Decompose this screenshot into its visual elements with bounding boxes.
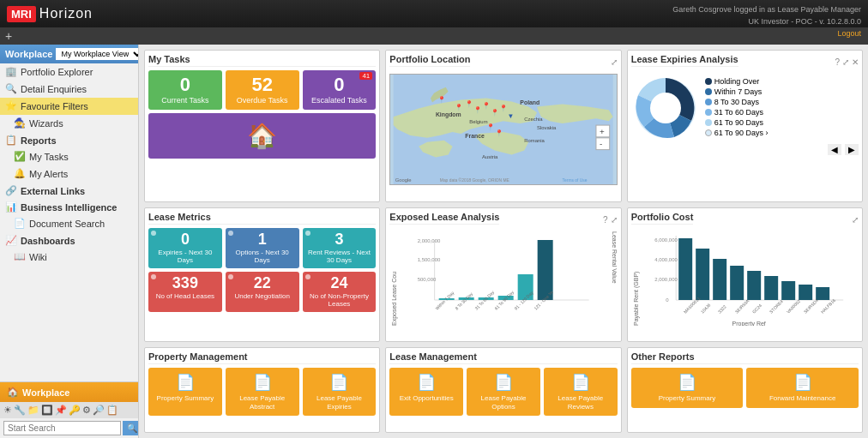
8-30-label: 8 To 30 Days	[714, 98, 759, 106]
svg-text:Poland: Poland	[521, 99, 540, 105]
prev-btn[interactable]: ◀	[828, 144, 841, 155]
top-right-info: Gareth Cosgrove logged in as Lease Payab…	[672, 3, 861, 39]
rent-reviews-tile[interactable]: 3 Rent Reviews - Next 30 Days	[303, 228, 377, 268]
sidebar-item-my-alerts[interactable]: 🔔 My Alerts	[0, 165, 138, 183]
svg-text:📍: 📍	[482, 101, 491, 110]
svg-text:Belgium: Belgium	[470, 119, 488, 124]
question-icon[interactable]: ?	[835, 57, 840, 67]
sidebar-view-select[interactable]: My Workplace View	[56, 48, 139, 60]
reports-label: Reports	[21, 135, 57, 146]
forward-maintenance-icon: 📄	[793, 373, 812, 392]
my-alerts-icon: 🔔	[14, 168, 26, 180]
options-tile[interactable]: 1 Options - Next 30 Days	[226, 228, 299, 268]
lease-management-widget: Lease Management 📄 Exit Opportunities 📄 …	[385, 347, 621, 433]
bt-icon2[interactable]: 🔧	[14, 405, 26, 416]
sidebar-item-portfolio-explorer[interactable]: 🏢 Portfolio Explorer	[0, 63, 138, 81]
my-tasks-label: My Tasks	[29, 152, 69, 162]
add-button[interactable]: +	[5, 30, 12, 42]
other-property-summary-label: Property Summary	[659, 394, 716, 403]
portfolio-chart: 6,000,000 4,000,000 2,000,000 0	[639, 231, 859, 326]
head-leases-tile[interactable]: 339 No of Head Leases	[148, 272, 222, 312]
lease-mgmt-grid: 📄 Exit Opportunities 📄 Lease Payable Opt…	[389, 368, 617, 416]
bt-icon9[interactable]: 📋	[106, 405, 118, 416]
sidebar-item-my-tasks[interactable]: ✅ My Tasks	[0, 148, 138, 165]
overdue-tasks-label: Overdue Tasks	[229, 96, 296, 105]
exposed-lease-widget: Exposed Lease Analysis ? ⤢ Exposed Lease…	[385, 207, 621, 343]
search-input[interactable]	[3, 421, 121, 435]
bt-icon6[interactable]: 🔑	[69, 405, 81, 416]
sidebar-item-dashboards[interactable]: 📈 Dashboards	[0, 232, 138, 249]
svg-rect-64	[816, 287, 829, 300]
sidebar-item-business-intelligence[interactable]: 📊 Business Intelligence	[0, 199, 138, 215]
main-layout: Workplace My Workplace View ◀ ⚙ 🏢 Portfo…	[0, 45, 868, 438]
expiries-tile[interactable]: 0 Expiries - Next 30 Days	[148, 228, 222, 268]
within-7-dot	[705, 88, 712, 95]
sidebar-item-document-search[interactable]: 📄 Document Search	[0, 215, 138, 232]
home-tile[interactable]: 🏠	[148, 113, 376, 159]
lease-payable-expiries-tile[interactable]: 📄 Lease Payable Expiries	[303, 368, 377, 416]
lease-expires-title: Lease Expiries Analysis	[631, 54, 738, 67]
lease-payable-options-tile[interactable]: 📄 Lease Payable Options	[467, 368, 540, 416]
map-container[interactable]: 📍 📍 📍 📍 📍 📍 📍 ▼ 📍 📍 Kingdom Poland Czech…	[389, 74, 617, 185]
negotiation-dot	[228, 274, 233, 279]
non-property-tile[interactable]: 24 No of Non-Property Leases	[303, 272, 377, 312]
lease-payable-reviews-tile[interactable]: 📄 Lease Payable Reviews	[544, 368, 618, 416]
forward-maintenance-tile[interactable]: 📄 Forward Maintenance	[746, 368, 859, 408]
sidebar-item-wiki[interactable]: 📖 Wiki	[0, 249, 138, 266]
search-button[interactable]: 🔍	[123, 421, 139, 435]
61-90-label: 61 To 90 Days	[714, 118, 763, 127]
property-summary-tile[interactable]: 📄 Property Summary	[148, 368, 222, 416]
bt-icon4[interactable]: 🔲	[41, 405, 53, 416]
legend-holding-over: Holding Over	[705, 77, 769, 86]
bt-icon1[interactable]: ☀	[3, 405, 12, 416]
portfolio-expand-icon[interactable]: ⤢	[852, 215, 859, 225]
lease-expires-tools: ? ⤢ ✕	[835, 57, 859, 67]
bt-icon7[interactable]: ⚙	[82, 405, 91, 416]
8-30-dot	[705, 99, 712, 105]
bt-icon8[interactable]: 🔎	[93, 405, 105, 416]
svg-text:VA00002: VA00002	[785, 298, 801, 315]
overdue-tasks-count: 52	[229, 75, 296, 94]
sidebar-item-reports[interactable]: 📋 Reports	[0, 132, 138, 148]
current-tasks-tile[interactable]: 0 Current Tasks	[148, 70, 222, 110]
svg-text:4,000,000: 4,000,000	[654, 257, 678, 262]
exposed-question-icon[interactable]: ?	[603, 215, 608, 225]
escalated-tasks-tile[interactable]: 41 0 Escalated Tasks	[303, 70, 377, 110]
lease-payable-reviews-icon: 📄	[571, 373, 590, 392]
bt-icon3[interactable]: 📁	[27, 405, 39, 416]
exposed-chart: 2,000,000 1,500,000 500,000 Within 7 Day…	[397, 231, 609, 326]
overdue-tasks-tile[interactable]: 52 Overdue Tasks	[226, 70, 299, 110]
map-svg: 📍 📍 📍 📍 📍 📍 📍 ▼ 📍 📍 Kingdom Poland Czech…	[390, 75, 616, 184]
holding-over-label: Holding Over	[714, 77, 760, 86]
exposed-expand-icon[interactable]: ⤢	[611, 215, 618, 225]
wiki-icon: 📖	[14, 251, 26, 263]
expiries-dot	[151, 231, 156, 236]
lease-payable-abstract-tile[interactable]: 📄 Lease Payable Abstract	[226, 368, 299, 416]
sidebar-item-favourite-filters[interactable]: ⭐ Favourite Filters	[0, 98, 138, 115]
bt-icon5[interactable]: 📌	[55, 405, 67, 416]
next-btn[interactable]: ▶	[845, 144, 859, 155]
exit-opportunities-tile[interactable]: 📄 Exit Opportunities	[389, 368, 463, 416]
logout-link[interactable]: Logout	[672, 27, 861, 39]
svg-rect-60	[747, 271, 761, 300]
property-mgmt-title: Property Management	[148, 351, 376, 364]
exposed-chart-svg: 2,000,000 1,500,000 500,000 Within 7 Day…	[397, 231, 609, 313]
sidebar-header: Workplace My Workplace View ◀ ⚙	[0, 45, 138, 63]
property-mgmt-grid: 📄 Property Summary 📄 Lease Payable Abstr…	[148, 368, 376, 416]
portfolio-cost-tools: ⤢	[852, 215, 859, 225]
sidebar-item-detail-enquiries[interactable]: 🔍 Detail Enquiries	[0, 81, 138, 98]
lease-metrics-top: 0 Expiries - Next 30 Days 1 Options - Ne…	[148, 228, 376, 268]
expand-icon[interactable]: ⤢	[611, 57, 618, 67]
workplace-button[interactable]: 🏠 Workplace	[0, 382, 138, 402]
other-property-summary-tile[interactable]: 📄 Property Summary	[631, 368, 744, 408]
sidebar-item-wizards[interactable]: 🧙 Wizards	[0, 115, 138, 132]
negotiation-tile[interactable]: 22 Under Negotiation	[226, 272, 299, 312]
logo-mri: MRI	[7, 6, 36, 22]
sidebar-item-external-links[interactable]: 🔗 External Links	[0, 183, 138, 199]
expand-icon2[interactable]: ⤢	[842, 57, 849, 67]
close-icon[interactable]: ✕	[852, 57, 859, 67]
svg-text:Property Ref: Property Ref	[732, 321, 765, 326]
my-tasks-icon: ✅	[14, 151, 26, 163]
svg-rect-26	[596, 138, 610, 150]
property-summary-label: Property Summary	[157, 394, 214, 403]
